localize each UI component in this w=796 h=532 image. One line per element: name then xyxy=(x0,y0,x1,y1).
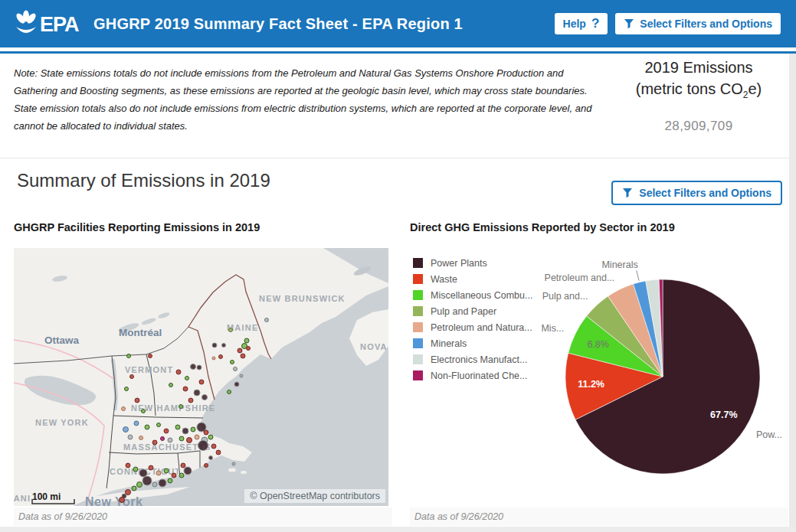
facility-dot[interactable] xyxy=(142,410,146,413)
facility-dot[interactable] xyxy=(211,444,216,449)
facility-dot[interactable] xyxy=(228,390,231,394)
facility-dot[interactable] xyxy=(175,425,180,429)
facility-dot[interactable] xyxy=(123,427,129,432)
facility-dot[interactable] xyxy=(234,382,239,387)
facility-dot[interactable] xyxy=(183,387,188,391)
facility-dot[interactable] xyxy=(139,436,143,440)
facility-dot[interactable] xyxy=(209,456,213,460)
facility-dot[interactable] xyxy=(240,374,243,377)
facility-dot[interactable] xyxy=(247,347,251,351)
kpi-title: 2019 Emissions (metric tons CO2e) xyxy=(607,57,791,106)
facility-dot[interactable] xyxy=(195,435,199,439)
facility-dot[interactable] xyxy=(197,365,201,370)
facility-dot[interactable] xyxy=(126,463,130,468)
facility-dot[interactable] xyxy=(205,464,208,468)
facility-dot[interactable] xyxy=(179,473,184,478)
facility-dot[interactable] xyxy=(208,435,213,439)
facility-dot[interactable] xyxy=(142,476,152,485)
facility-dot[interactable] xyxy=(169,383,173,387)
facility-dot[interactable] xyxy=(212,343,217,348)
select-filters-button-header[interactable]: Select Filters and Options xyxy=(615,13,781,34)
facility-dot[interactable] xyxy=(232,462,235,465)
facility-dot[interactable] xyxy=(152,482,157,487)
select-filters-button-section[interactable]: Select Filters and Options xyxy=(611,181,782,205)
map-panel-title: GHGRP Facilities Reporting Emissions in … xyxy=(14,221,260,233)
facility-dot[interactable] xyxy=(156,471,161,475)
facility-dot[interactable] xyxy=(164,468,169,473)
help-button[interactable]: Help? xyxy=(555,13,608,34)
facility-dot[interactable] xyxy=(179,405,183,409)
facility-dot[interactable] xyxy=(188,398,193,403)
pie-panel-title: Direct GHG Emissions Reported by Sector … xyxy=(410,221,675,233)
map-canvas[interactable]: OttawaMontréalVERMONTMAINENEW BRUNSWICKN… xyxy=(14,248,388,506)
facility-dot[interactable] xyxy=(187,438,192,443)
page: EPA GHGRP 2019 Summary Fact Sheet - EPA … xyxy=(0,0,796,532)
facility-dot[interactable] xyxy=(122,407,126,411)
facility-dot[interactable] xyxy=(161,437,165,441)
facility-dot[interactable] xyxy=(130,375,134,379)
legend-item[interactable]: Minerals xyxy=(413,335,532,351)
facility-dot[interactable] xyxy=(132,486,136,491)
facilities-map[interactable]: OttawaMontréalVERMONTMAINENEW BRUNSWICKN… xyxy=(14,248,388,506)
facility-dot[interactable] xyxy=(127,354,131,358)
facility-dot[interactable] xyxy=(134,421,139,426)
map-label: Montréal xyxy=(119,327,162,338)
facility-dot[interactable] xyxy=(139,469,147,477)
facility-dot[interactable] xyxy=(133,467,138,472)
facility-dot[interactable] xyxy=(126,490,131,495)
facility-dot[interactable] xyxy=(229,328,233,332)
facility-dot[interactable] xyxy=(204,430,208,435)
facility-dot[interactable] xyxy=(164,429,169,433)
facility-dot[interactable] xyxy=(202,395,208,400)
legend-item[interactable]: Electronics Manufact... xyxy=(413,351,532,367)
facility-dot[interactable] xyxy=(157,423,161,427)
facility-dot[interactable] xyxy=(244,338,249,343)
facility-dot[interactable] xyxy=(185,377,189,380)
facility-dot[interactable] xyxy=(212,357,215,360)
facility-dot[interactable] xyxy=(128,435,133,439)
legend-label: Non-Fluorinated Che... xyxy=(431,370,527,381)
scrollbar-track[interactable] xyxy=(789,54,796,527)
map-label: VANI xyxy=(14,494,31,503)
facility-dot[interactable] xyxy=(194,390,200,396)
facility-dot[interactable] xyxy=(191,364,196,370)
facility-dot[interactable] xyxy=(179,436,184,441)
facility-dot[interactable] xyxy=(145,425,149,429)
facility-dot[interactable] xyxy=(231,361,234,364)
header-accent-line xyxy=(0,51,796,54)
facility-dot[interactable] xyxy=(216,450,221,455)
facility-dot[interactable] xyxy=(120,498,125,503)
facility-dot[interactable] xyxy=(234,367,237,371)
facility-dot[interactable] xyxy=(152,440,157,445)
facility-dot[interactable] xyxy=(199,380,204,384)
facility-dot[interactable] xyxy=(237,348,242,353)
facility-dot[interactable] xyxy=(176,370,181,374)
legend-item[interactable]: Pulp and Paper xyxy=(413,303,532,319)
legend-item[interactable]: Power Plants xyxy=(413,255,532,271)
legend-item[interactable]: Non-Fluorinated Che... xyxy=(413,367,532,383)
facility-dot[interactable] xyxy=(135,398,139,403)
facility-dot[interactable] xyxy=(125,387,129,391)
facility-dot[interactable] xyxy=(241,354,245,358)
facility-dot[interactable] xyxy=(149,465,153,470)
facility-dot[interactable] xyxy=(149,354,152,358)
facility-dot[interactable] xyxy=(172,473,176,478)
facility-dot[interactable] xyxy=(219,355,223,359)
facility-dot[interactable] xyxy=(168,438,172,442)
legend-label: Electronics Manufact... xyxy=(431,354,527,365)
facility-dot[interactable] xyxy=(159,479,166,487)
facility-dot[interactable] xyxy=(191,427,195,432)
facility-dot[interactable] xyxy=(198,441,208,451)
kpi-value: 28,909,709 xyxy=(607,119,791,134)
legend-item[interactable]: Waste xyxy=(413,271,532,287)
facility-dot[interactable] xyxy=(137,482,142,488)
legend-item[interactable]: Petroleum and Natura... xyxy=(413,319,532,335)
legend-item[interactable]: Miscellaneous Combu... xyxy=(413,287,532,303)
facility-dot[interactable] xyxy=(265,318,269,322)
map-label: VERMONT xyxy=(125,365,173,374)
facility-dot[interactable] xyxy=(184,467,192,475)
facility-dot[interactable] xyxy=(181,463,185,468)
facility-dot[interactable] xyxy=(222,344,226,348)
facility-dot[interactable] xyxy=(182,428,188,434)
facility-dot[interactable] xyxy=(168,478,172,483)
